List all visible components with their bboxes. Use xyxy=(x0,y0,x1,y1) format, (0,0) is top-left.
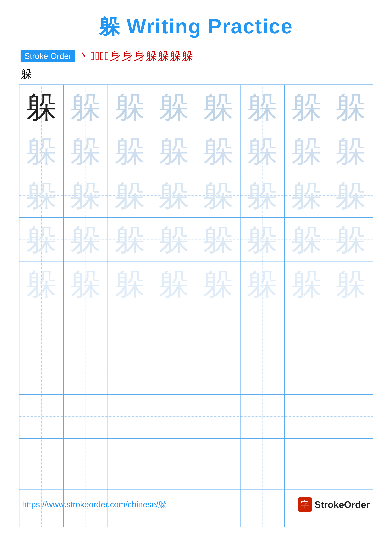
stroke-2: 𠃌 xyxy=(90,50,95,62)
grid-cell-r8c5[interactable] xyxy=(196,394,240,439)
grid-cell-r10c5[interactable] xyxy=(196,483,240,527)
stroke-8: 身 xyxy=(134,50,145,62)
grid-cell-r6c6[interactable] xyxy=(240,306,285,350)
grid-cell-r5c2[interactable]: 躲 xyxy=(64,262,108,306)
stroke-10: 躲 xyxy=(158,50,169,62)
grid-cell-r8c8[interactable] xyxy=(329,394,373,439)
grid-cell-r7c8[interactable] xyxy=(329,350,373,394)
grid-cell-r7c7[interactable] xyxy=(285,350,329,394)
grid-cell-r8c7[interactable] xyxy=(285,394,329,439)
stroke-9: 躲 xyxy=(146,50,157,62)
grid-cell-r9c2[interactable] xyxy=(64,438,108,483)
grid-cell-r6c8[interactable] xyxy=(329,306,373,350)
grid-cell-r1c7[interactable]: 躲 xyxy=(285,85,329,129)
grid-cell-r5c8[interactable]: 躲 xyxy=(329,262,373,306)
grid-cell-r5c4[interactable]: 躲 xyxy=(152,262,196,306)
grid-cell-r4c5[interactable]: 躲 xyxy=(196,218,240,262)
grid-cell-r6c7[interactable] xyxy=(285,306,329,350)
grid-cell-r10c1[interactable] xyxy=(19,483,64,527)
grid-cell-r2c8[interactable]: 躲 xyxy=(329,129,373,173)
char-r4c1: 躲 xyxy=(26,225,57,255)
grid-cell-r4c6[interactable]: 躲 xyxy=(240,218,285,262)
grid-cell-r5c1[interactable]: 躲 xyxy=(19,262,64,306)
grid-cell-r2c1[interactable]: 躲 xyxy=(19,129,64,173)
grid-cell-r1c4[interactable]: 躲 xyxy=(152,85,196,129)
grid-cell-r8c1[interactable] xyxy=(19,394,64,439)
grid-cell-r9c1[interactable] xyxy=(19,438,64,483)
grid-cell-r2c4[interactable]: 躲 xyxy=(152,129,196,173)
char-r3c3: 躲 xyxy=(115,180,145,210)
grid-cell-r8c6[interactable] xyxy=(240,394,285,439)
grid-cell-r4c2[interactable]: 躲 xyxy=(64,218,108,262)
stroke-6: 身 xyxy=(110,50,121,62)
grid-cell-r9c7[interactable] xyxy=(285,438,329,483)
grid-cell-r1c2[interactable]: 躲 xyxy=(64,85,108,129)
stroke-chars: 丶 𠃌 𠃍 𠃍 𠃍 身 身 身 躲 躲 躲 躲 xyxy=(78,50,193,62)
grid-cell-r1c5[interactable]: 躲 xyxy=(196,85,240,129)
grid-cell-r5c5[interactable]: 躲 xyxy=(196,262,240,306)
char-r2c1: 躲 xyxy=(26,136,57,166)
grid-cell-r10c7[interactable] xyxy=(285,483,329,527)
grid-cell-r8c3[interactable] xyxy=(108,394,152,439)
grid-cell-r7c4[interactable] xyxy=(152,350,196,394)
grid-cell-r3c1[interactable]: 躲 xyxy=(19,173,64,218)
char-r2c2: 躲 xyxy=(71,136,100,166)
grid-cell-r2c3[interactable]: 躲 xyxy=(108,129,152,173)
grid-cell-r7c6[interactable] xyxy=(240,350,285,394)
grid-cell-r6c4[interactable] xyxy=(152,306,196,350)
char-r1c2: 躲 xyxy=(71,92,100,122)
grid-cell-r6c1[interactable] xyxy=(19,306,64,350)
stroke-4: 𠃍 xyxy=(100,50,104,62)
grid-cell-r3c8[interactable]: 躲 xyxy=(329,173,373,218)
grid-cell-r3c3[interactable]: 躲 xyxy=(108,173,152,218)
grid-cell-r10c3[interactable] xyxy=(108,483,152,527)
grid-cell-r6c5[interactable] xyxy=(196,306,240,350)
grid-cell-r3c7[interactable]: 躲 xyxy=(285,173,329,218)
char-r2c6: 躲 xyxy=(247,136,277,166)
grid-cell-r7c1[interactable] xyxy=(19,350,64,394)
grid-cell-r10c8[interactable] xyxy=(329,483,373,527)
grid-cell-r9c4[interactable] xyxy=(152,438,196,483)
grid-cell-r2c6[interactable]: 躲 xyxy=(240,129,285,173)
grid-cell-r4c4[interactable]: 躲 xyxy=(152,218,196,262)
grid-cell-r4c3[interactable]: 躲 xyxy=(108,218,152,262)
stroke-final: 躲 xyxy=(21,68,32,80)
grid-cell-r3c4[interactable]: 躲 xyxy=(152,173,196,218)
grid-cell-r1c8[interactable]: 躲 xyxy=(329,85,373,129)
grid-cell-r6c3[interactable] xyxy=(108,306,152,350)
grid-cell-r2c7[interactable]: 躲 xyxy=(285,129,329,173)
grid-cell-r1c1[interactable]: 躲 xyxy=(19,85,64,129)
char-r4c4: 躲 xyxy=(159,225,189,255)
grid-cell-r1c6[interactable]: 躲 xyxy=(240,85,285,129)
char-r4c6: 躲 xyxy=(247,225,277,255)
grid-cell-r9c6[interactable] xyxy=(240,438,285,483)
grid-cell-r5c6[interactable]: 躲 xyxy=(240,262,285,306)
char-r4c8: 躲 xyxy=(336,225,366,255)
grid-cell-r6c2[interactable] xyxy=(64,306,108,350)
grid-cell-r5c7[interactable]: 躲 xyxy=(285,262,329,306)
grid-cell-r10c6[interactable] xyxy=(240,483,285,527)
char-r4c2: 躲 xyxy=(71,225,100,255)
grid-cell-r10c2[interactable] xyxy=(64,483,108,527)
grid-cell-r4c1[interactable]: 躲 xyxy=(19,218,64,262)
grid-cell-r9c5[interactable] xyxy=(196,438,240,483)
grid-cell-r8c4[interactable] xyxy=(152,394,196,439)
grid-cell-r7c5[interactable] xyxy=(196,350,240,394)
grid-cell-r1c3[interactable]: 躲 xyxy=(108,85,152,129)
char-r1c4: 躲 xyxy=(159,92,189,122)
grid-cell-r3c5[interactable]: 躲 xyxy=(196,173,240,218)
char-r5c6: 躲 xyxy=(247,269,277,299)
grid-cell-r9c8[interactable] xyxy=(329,438,373,483)
grid-cell-r2c2[interactable]: 躲 xyxy=(64,129,108,173)
grid-cell-r3c2[interactable]: 躲 xyxy=(64,173,108,218)
grid-cell-r5c3[interactable]: 躲 xyxy=(108,262,152,306)
grid-cell-r7c3[interactable] xyxy=(108,350,152,394)
grid-cell-r9c3[interactable] xyxy=(108,438,152,483)
grid-cell-r8c2[interactable] xyxy=(64,394,108,439)
grid-cell-r3c6[interactable]: 躲 xyxy=(240,173,285,218)
grid-cell-r4c7[interactable]: 躲 xyxy=(285,218,329,262)
grid-cell-r7c2[interactable] xyxy=(64,350,108,394)
grid-cell-r4c8[interactable]: 躲 xyxy=(329,218,373,262)
grid-cell-r10c4[interactable] xyxy=(152,483,196,527)
grid-cell-r2c5[interactable]: 躲 xyxy=(196,129,240,173)
